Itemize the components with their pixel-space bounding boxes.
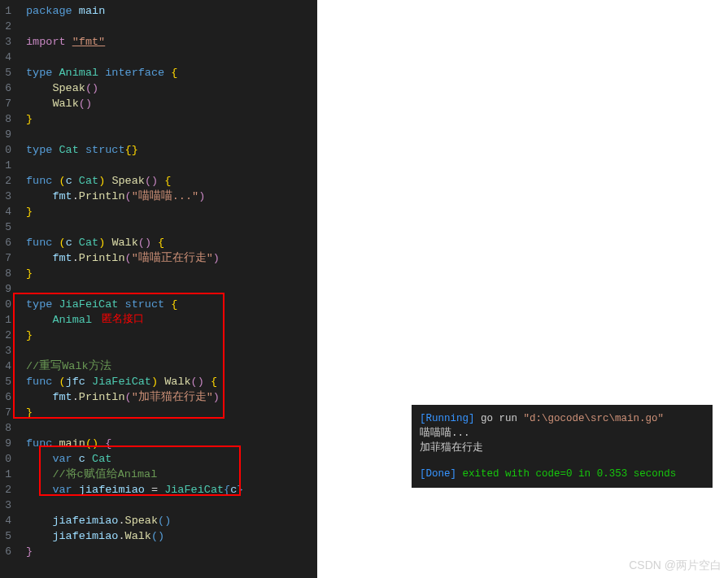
code-line: func (jfc JiaFeiCat) Walk() { <box>26 374 317 389</box>
code-line: var jiafeimiao = JiaFeiCat{c} <box>26 482 317 498</box>
line-number: 5 <box>0 65 11 80</box>
line-number: 7 <box>0 250 11 266</box>
code-line: } <box>26 111 317 127</box>
code-line: var c Cat <box>26 451 317 467</box>
line-number: 6 <box>0 544 11 559</box>
line-number: 0 <box>0 297 11 312</box>
line-number: 8 <box>0 420 11 436</box>
code-line: func (c Cat) Walk() { <box>26 235 317 250</box>
code-line: //将c赋值给Animal <box>26 467 317 482</box>
line-number: 9 <box>0 127 11 142</box>
line-number: 9 <box>0 281 11 297</box>
line-number: 4 <box>0 359 11 374</box>
line-number: 4 <box>0 204 11 219</box>
code-line: Walk() <box>26 96 317 111</box>
code-line <box>26 50 317 65</box>
line-number: 4 <box>0 50 11 65</box>
line-number: 2 <box>0 482 11 498</box>
code-line: } <box>26 544 317 559</box>
line-number: 1 <box>0 158 11 173</box>
code-line <box>26 498 317 513</box>
line-number: 3 <box>0 498 11 513</box>
code-line <box>26 127 317 142</box>
code-line: Speak() <box>26 80 317 96</box>
line-number: 1 <box>0 3 11 19</box>
line-number: 0 <box>0 142 11 158</box>
terminal-line: 加菲猫在行走 <box>420 441 704 455</box>
line-number: 1 <box>0 467 11 482</box>
code-line: jiafeimiao.Walk() <box>26 528 317 544</box>
code-line <box>26 219 317 235</box>
code-line <box>26 19 317 34</box>
annotation-text-anon-interface: 匿名接口 <box>102 311 144 326</box>
line-number: 2 <box>0 328 11 343</box>
code-line: package main <box>26 3 317 19</box>
line-number: 3 <box>0 189 11 204</box>
code-line: fmt.Println("喵喵喵...") <box>26 189 317 204</box>
code-line: Animal <box>26 312 317 328</box>
terminal-line: [Running] go run "d:\gocode\src\main.go" <box>420 411 704 426</box>
code-line: //重写Walk方法 <box>26 359 317 374</box>
code-editor-pane: 123456789012345678901234567890123456 pac… <box>0 0 317 578</box>
line-number: 7 <box>0 96 11 111</box>
code-line <box>26 343 317 359</box>
code-line: } <box>26 328 317 343</box>
output-pane: [Running] go run "d:\gocode\src\main.go"… <box>317 0 728 578</box>
code-line: } <box>26 204 317 219</box>
line-number: 9 <box>0 436 11 451</box>
line-number: 6 <box>0 389 11 405</box>
code-line: fmt.Println("喵喵正在行走") <box>26 250 317 266</box>
code-line: fmt.Println("加菲猫在行走") <box>26 389 317 405</box>
line-number: 3 <box>0 343 11 359</box>
terminal-line: 喵喵喵... <box>420 426 704 441</box>
line-number: 4 <box>0 513 11 528</box>
line-number: 1 <box>0 312 11 328</box>
code-line: jiafeimiao.Speak() <box>26 513 317 528</box>
line-number: 6 <box>0 80 11 96</box>
code-line <box>26 281 317 297</box>
code-line <box>26 420 317 436</box>
code-line: func main() { <box>26 436 317 451</box>
terminal-output[interactable]: [Running] go run "d:\gocode\src\main.go"… <box>412 405 713 488</box>
line-number: 8 <box>0 266 11 281</box>
code-line: type JiaFeiCat struct { <box>26 297 317 312</box>
terminal-line <box>420 455 704 467</box>
code-area[interactable]: package main import "fmt" type Animal in… <box>16 0 317 578</box>
code-line <box>26 158 317 173</box>
line-number-gutter: 123456789012345678901234567890123456 <box>0 0 16 578</box>
line-number: 6 <box>0 235 11 250</box>
line-number: 5 <box>0 528 11 544</box>
code-line: } <box>26 266 317 281</box>
line-number: 3 <box>0 34 11 50</box>
line-number: 8 <box>0 111 11 127</box>
code-line: type Cat struct{} <box>26 142 317 158</box>
line-number: 5 <box>0 219 11 235</box>
line-number: 5 <box>0 374 11 389</box>
line-number: 0 <box>0 451 11 467</box>
code-line: func (c Cat) Speak() { <box>26 173 317 189</box>
code-line: import "fmt" <box>26 34 317 50</box>
line-number: 2 <box>0 173 11 189</box>
terminal-line: [Done] exited with code=0 in 0.353 secon… <box>420 467 704 481</box>
line-number: 7 <box>0 405 11 420</box>
watermark: CSDN @两片空白 <box>629 558 721 573</box>
code-line: type Animal interface { <box>26 65 317 80</box>
line-number: 2 <box>0 19 11 34</box>
code-line: } <box>26 405 317 420</box>
